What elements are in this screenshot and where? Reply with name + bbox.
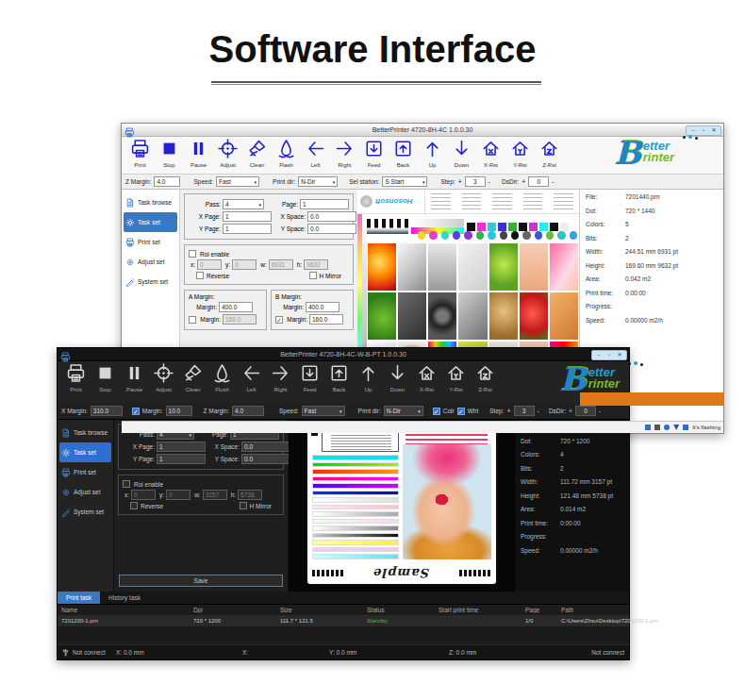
step-plus-button[interactable]: + bbox=[506, 408, 510, 414]
maximize-button[interactable]: ▫ bbox=[699, 126, 708, 135]
table-row[interactable]: 7201200-1.prn 720 * 1200 111.7 * 121.5 S… bbox=[58, 615, 629, 626]
a-margin2-checkbox[interactable] bbox=[189, 316, 196, 324]
toolbar-button[interactable]: Down bbox=[383, 363, 412, 392]
table-header-cell[interactable]: Name bbox=[61, 607, 193, 613]
y-page-input[interactable] bbox=[157, 454, 206, 464]
x-margin-input[interactable] bbox=[91, 406, 123, 416]
table-header-cell[interactable]: Status bbox=[367, 607, 439, 613]
table-header-cell[interactable]: Page bbox=[525, 607, 561, 613]
toolbar-button[interactable]: Pause bbox=[184, 139, 213, 168]
a-margin2-input[interactable] bbox=[223, 314, 257, 325]
reverse-checkbox[interactable] bbox=[196, 272, 204, 279]
toolbar-button[interactable]: X-Rst bbox=[412, 363, 441, 392]
z-margin-input[interactable] bbox=[154, 176, 180, 187]
task-tab[interactable]: Print task bbox=[58, 592, 100, 604]
task-tab[interactable]: History task bbox=[100, 592, 149, 604]
sidebar-item[interactable]: System set bbox=[124, 272, 177, 292]
sidebar-item[interactable]: Task set bbox=[59, 442, 111, 462]
table-header-cell[interactable]: Path bbox=[561, 607, 573, 613]
toolbar-button[interactable]: Left bbox=[237, 363, 266, 392]
maximize-button[interactable]: ▫ bbox=[604, 351, 614, 359]
a-margin1-input[interactable] bbox=[219, 302, 253, 312]
toolbar-button[interactable]: Flash bbox=[272, 139, 301, 168]
print-dir-select[interactable]: N-Dir ▾ bbox=[298, 176, 338, 187]
table-header-cell[interactable]: Size bbox=[280, 607, 367, 613]
colr-checkbox[interactable]: ✓ bbox=[433, 408, 440, 415]
save-button[interactable]: Save bbox=[119, 575, 283, 587]
dsdir-input[interactable] bbox=[575, 406, 596, 416]
toolbar-button[interactable]: Adjust bbox=[149, 363, 178, 392]
toolbar-button[interactable]: Back bbox=[324, 363, 354, 392]
toolbar-button[interactable]: Clean bbox=[242, 139, 272, 168]
h-mirror-checkbox[interactable] bbox=[309, 272, 317, 279]
y-space-input[interactable] bbox=[241, 454, 290, 464]
toolbar-button[interactable]: Adjust bbox=[213, 139, 242, 168]
toolbar-button[interactable]: Print bbox=[125, 139, 155, 168]
roi-enable-checkbox[interactable] bbox=[123, 480, 130, 488]
minimize-button[interactable]: – bbox=[594, 351, 604, 359]
sidebar-item[interactable]: Task browse bbox=[124, 192, 177, 212]
toolbar-button[interactable]: Z-Rst bbox=[471, 363, 500, 392]
toolbar-button[interactable]: Up bbox=[418, 139, 447, 168]
toolbar-button[interactable]: Right bbox=[330, 139, 359, 168]
toolbar-button[interactable]: Flush bbox=[207, 363, 237, 392]
pass-select[interactable]: 4 ▾ bbox=[223, 199, 264, 209]
h-mirror-checkbox[interactable] bbox=[240, 502, 247, 509]
b-margin2-input[interactable] bbox=[309, 314, 343, 325]
y-page-input[interactable] bbox=[223, 224, 272, 234]
toolbar-button[interactable]: Clean bbox=[178, 363, 207, 392]
step-minus-button[interactable]: - bbox=[488, 178, 490, 185]
speed-select[interactable]: Fast ▾ bbox=[216, 176, 259, 187]
sidebar-item[interactable]: Adjust set bbox=[59, 482, 111, 502]
b-margin2-checkbox[interactable]: ✓ bbox=[275, 316, 283, 324]
minimize-button[interactable]: – bbox=[688, 126, 698, 135]
roi-w-input[interactable] bbox=[203, 490, 227, 500]
toolbar-button[interactable]: Up bbox=[354, 363, 383, 392]
toolbar-button[interactable]: X-Rst bbox=[476, 139, 505, 168]
margin-input[interactable] bbox=[166, 406, 192, 416]
sidebar-item[interactable]: Task browse bbox=[59, 423, 111, 442]
close-button[interactable]: ✕ bbox=[709, 126, 719, 135]
speed-select[interactable]: Fast ▾ bbox=[302, 406, 345, 416]
dsdir-plus-button[interactable]: + bbox=[569, 408, 572, 414]
b-margin1-input[interactable] bbox=[306, 302, 339, 312]
x-page-input[interactable] bbox=[223, 211, 272, 222]
toolbar-button[interactable]: Down bbox=[447, 139, 476, 168]
toolbar-button[interactable]: Right bbox=[266, 363, 295, 392]
y-space-input[interactable] bbox=[307, 224, 356, 234]
dsdir-plus-button[interactable]: + bbox=[522, 178, 525, 185]
roi-y-input[interactable] bbox=[232, 259, 257, 270]
roi-w-input[interactable] bbox=[269, 259, 293, 270]
close-button[interactable]: ✕ bbox=[615, 351, 624, 359]
toolbar-button[interactable]: Y-Rst bbox=[441, 363, 471, 392]
toolbar-button[interactable]: Stop bbox=[155, 139, 184, 168]
toolbar-button[interactable]: Stop bbox=[91, 363, 120, 392]
x-space-input[interactable] bbox=[241, 442, 290, 452]
x-page-input[interactable] bbox=[157, 442, 206, 452]
toolbar-button[interactable]: Z-Rst bbox=[535, 139, 564, 168]
sidebar-item[interactable]: Task set bbox=[124, 212, 177, 232]
margin-checkbox[interactable]: ✓ bbox=[132, 408, 140, 415]
toolbar-button[interactable]: Left bbox=[301, 139, 330, 168]
sidebar-item[interactable]: Print set bbox=[59, 462, 111, 482]
x-space-input[interactable] bbox=[307, 211, 356, 222]
step-plus-button[interactable]: + bbox=[458, 178, 462, 185]
front-titlebar[interactable]: BetterPrinter 4720-8H-4C-W-B-PT 1.0.0.30… bbox=[58, 348, 629, 361]
sidebar-item[interactable]: Adjust set bbox=[124, 252, 177, 272]
step-minus-button[interactable]: - bbox=[538, 408, 539, 414]
table-header-cell[interactable]: Dpi bbox=[193, 607, 280, 613]
roi-y-input[interactable] bbox=[166, 490, 190, 500]
toolbar-button[interactable]: Print bbox=[61, 363, 91, 392]
step-input[interactable] bbox=[514, 406, 535, 416]
toolbar-button[interactable]: Feed bbox=[359, 139, 389, 168]
toolbar-button[interactable]: Back bbox=[389, 139, 418, 168]
z-margin-input[interactable] bbox=[232, 406, 264, 416]
roi-h-input[interactable] bbox=[304, 259, 328, 270]
dsdir-input[interactable] bbox=[528, 176, 549, 187]
reverse-checkbox[interactable] bbox=[130, 502, 138, 509]
sel-station-select[interactable]: S Start ▾ bbox=[382, 176, 427, 187]
page-input[interactable] bbox=[300, 199, 349, 209]
sidebar-item[interactable]: Print set bbox=[124, 232, 177, 252]
roi-x-input[interactable] bbox=[197, 259, 222, 270]
toolbar-button[interactable]: Pause bbox=[120, 363, 149, 392]
